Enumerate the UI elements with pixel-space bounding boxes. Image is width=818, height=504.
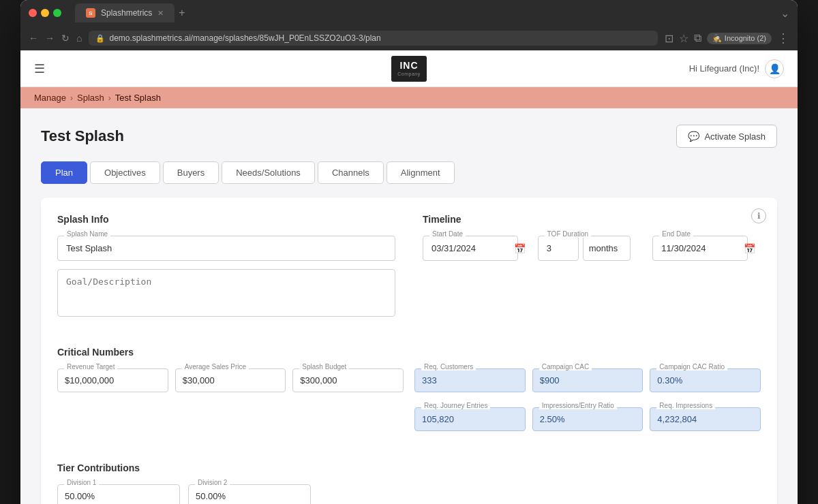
main-content-card: ℹ Splash Info Splash Name: [41, 198, 777, 504]
cn-left: Revenue Target Average Sales Price Splas…: [57, 368, 404, 446]
logo-subtext: Company: [397, 72, 420, 76]
end-date-input[interactable]: [652, 236, 748, 261]
end-date-field: End Date 📅: [652, 236, 761, 269]
critical-numbers-section: Critical Numbers Revenue Target Average …: [57, 347, 761, 446]
address-bar[interactable]: 🔒 demo.splashmetrics.ai/manage/splashes/…: [89, 31, 657, 46]
req-impressions-input[interactable]: [650, 407, 761, 431]
breadcrumb-manage[interactable]: Manage: [34, 93, 66, 103]
division2-label: Division 2: [195, 479, 230, 486]
splash-budget-input[interactable]: [292, 368, 404, 392]
breadcrumb-splash[interactable]: Splash: [77, 93, 104, 103]
splash-name-input[interactable]: [57, 236, 395, 261]
req-customers-label: Req. Customers: [421, 363, 476, 371]
user-avatar[interactable]: 👤: [765, 59, 784, 78]
campaign-cac-ratio-label: Campaign CAC Ratio: [656, 363, 727, 371]
tab-close-icon[interactable]: ✕: [157, 9, 164, 18]
breadcrumb: Manage › Splash › Test Splash: [20, 87, 798, 108]
cn-right: Req. Customers Campaign CAC Campaign CAC…: [414, 368, 761, 446]
hamburger-menu-icon[interactable]: ☰: [34, 61, 45, 76]
end-date-label: End Date: [659, 230, 693, 238]
breadcrumb-current: Test Splash: [115, 93, 161, 103]
browser-titlebar: S Splashmetrics ✕ + ⌄: [20, 0, 798, 26]
impressions-entry-ratio-field: Impressions/Entry Ratio: [532, 407, 643, 431]
maximize-button[interactable]: [53, 9, 61, 17]
start-date-input[interactable]: [423, 236, 518, 261]
incognito-icon: 🕵: [712, 34, 722, 43]
forward-button[interactable]: →: [45, 33, 55, 44]
division2-input[interactable]: [188, 484, 311, 504]
logo-text: INC: [399, 61, 418, 70]
activate-btn-label: Activate Splash: [704, 131, 766, 142]
timeline-fields: Start Date 📅 TOF Durati: [423, 236, 761, 269]
avg-sales-price-input[interactable]: [175, 368, 286, 392]
req-customers-field: Req. Customers: [414, 368, 526, 392]
browser-tab[interactable]: S Splashmetrics ✕: [75, 3, 175, 22]
breadcrumb-sep-2: ›: [108, 93, 111, 103]
timeline-title: Timeline: [423, 214, 761, 225]
minimize-button[interactable]: [41, 9, 49, 17]
browser-more-icon[interactable]: ⋮: [777, 31, 789, 46]
tab-needs-solutions[interactable]: Needs/Solutions: [222, 161, 315, 184]
tab-channels[interactable]: Channels: [318, 161, 384, 184]
splash-name-label: Splash Name: [64, 230, 110, 238]
activate-splash-button[interactable]: 💬 Activate Splash: [676, 125, 777, 148]
back-button[interactable]: ←: [29, 33, 38, 44]
tab-bar: S Splashmetrics ✕ +: [75, 3, 775, 22]
req-journey-entries-input[interactable]: [414, 407, 526, 431]
tof-duration-unit: months: [583, 236, 631, 261]
cast-icon[interactable]: ⊡: [665, 32, 673, 45]
division1-field: Division 1: [57, 484, 180, 504]
tier-fields: Division 1 Division 2: [57, 484, 761, 504]
splash-budget-label: Splash Budget: [299, 363, 349, 371]
close-button[interactable]: [29, 9, 37, 17]
app-logo: INC Company: [391, 56, 427, 82]
traffic-lights: [29, 9, 61, 17]
browser-menu-icon[interactable]: ⌄: [781, 7, 789, 20]
tier-contributions-section: Tier Contributions Division 1 Division 2: [57, 462, 761, 504]
splash-info-section: Splash Info Splash Name: [57, 214, 395, 328]
app-header: ☰ INC Company Hi Lifeguard (Inc)! 👤: [20, 50, 798, 87]
req-impressions-field: Req. Impressions: [650, 407, 761, 431]
browser-actions: ⊡ ☆ ⧉ 🕵 Incognito (2) ⋮: [665, 31, 789, 46]
lock-icon: 🔒: [95, 34, 105, 43]
tab-alignment[interactable]: Alignment: [387, 161, 455, 184]
address-bar-row: ← → ↻ ⌂ 🔒 demo.splashmetrics.ai/manage/s…: [20, 26, 798, 50]
tof-duration-label: TOF Duration: [545, 230, 591, 238]
tab-buyers[interactable]: Buyers: [163, 161, 219, 184]
campaign-cac-input[interactable]: [532, 368, 643, 392]
home-button[interactable]: ⌂: [76, 33, 82, 44]
tab-objectives[interactable]: Objectives: [90, 161, 160, 184]
campaign-cac-field: Campaign CAC: [532, 368, 643, 392]
goal-description-textarea[interactable]: [57, 269, 395, 317]
tab-favicon: S: [86, 8, 95, 18]
top-sections-row: Splash Info Splash Name Timeline: [57, 214, 761, 328]
division1-label: Division 1: [64, 479, 99, 486]
req-customers-input[interactable]: [414, 368, 526, 392]
tof-duration-input[interactable]: [538, 236, 579, 261]
cn-row-right-2: Req. Journey Entries Impressions/Entry R…: [414, 407, 761, 439]
tab-plan[interactable]: Plan: [41, 161, 87, 184]
impressions-entry-ratio-label: Impressions/Entry Ratio: [539, 402, 617, 409]
cn-row-right-1: Req. Customers Campaign CAC Campaign CAC…: [414, 368, 761, 400]
reload-button[interactable]: ↻: [61, 33, 70, 44]
page-title: Test Splash: [41, 127, 124, 145]
new-tab-button[interactable]: +: [179, 7, 185, 19]
breadcrumb-sep-1: ›: [70, 93, 73, 103]
incognito-label: Incognito (2): [725, 34, 766, 42]
avg-sales-price-label: Average Sales Price: [182, 363, 249, 371]
tof-duration-field: TOF Duration months: [538, 236, 646, 269]
revenue-target-input[interactable]: [57, 368, 168, 392]
tabs-row: Plan Objectives Buyers Needs/Solutions C…: [41, 161, 777, 184]
campaign-cac-ratio-input[interactable]: [650, 368, 761, 392]
tab-title: Splashmetrics: [101, 8, 152, 18]
bookmark-icon[interactable]: ☆: [679, 32, 688, 45]
start-date-field: Start Date 📅: [423, 236, 531, 269]
chat-icon: 💬: [688, 131, 699, 142]
splash-info-title: Splash Info: [57, 214, 395, 225]
division1-input[interactable]: [57, 484, 180, 504]
info-icon[interactable]: ℹ: [751, 208, 766, 223]
tab-switch-icon[interactable]: ⧉: [694, 32, 701, 44]
page-body: Test Splash 💬 Activate Splash Plan Objec…: [20, 108, 798, 504]
impressions-entry-ratio-input[interactable]: [532, 407, 643, 431]
division2-field: Division 2: [188, 484, 311, 504]
